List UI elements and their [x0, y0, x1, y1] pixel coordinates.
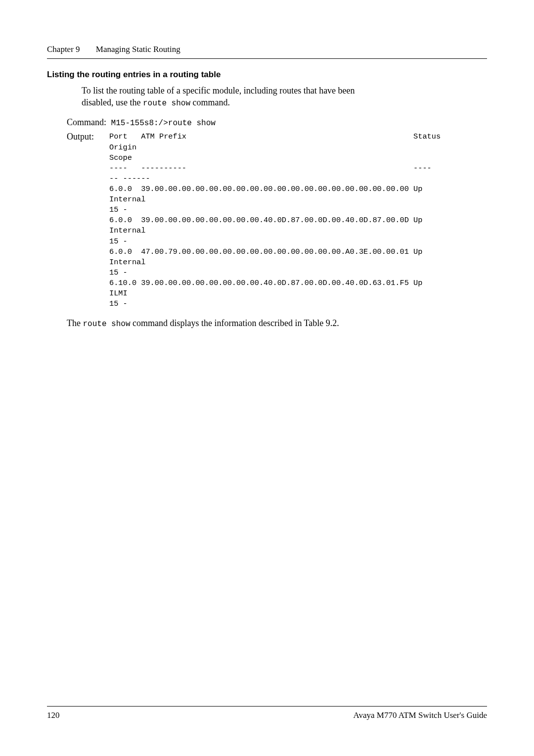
closing-command-inline: route show: [83, 320, 130, 329]
output-row: Output: Port ATM Prefix Status Origin Sc…: [67, 132, 487, 309]
page-container: Chapter 9 Managing Static Routing Listin…: [0, 0, 534, 329]
page-footer: 120 Avaya M770 ATM Switch User's Guide: [47, 706, 487, 720]
closing-post: command displays the information describ…: [131, 318, 339, 328]
page-number: 120: [47, 710, 60, 720]
intro-line-2b: command.: [190, 97, 230, 107]
intro-command-inline: route show: [143, 99, 190, 108]
intro-line-2a: disabled, use the: [82, 97, 143, 107]
intro-paragraph: To list the routing table of a specific …: [82, 85, 487, 109]
running-header: Chapter 9 Managing Static Routing: [47, 45, 487, 54]
command-text: M15-155s8:/>route show: [106, 119, 216, 128]
command-row: Command: M15-155s8:/>route show: [67, 116, 487, 129]
output-block: Port ATM Prefix Status Origin Scope ----…: [109, 132, 454, 309]
command-label: Command:: [67, 116, 106, 128]
intro-line-1: To list the routing table of a specific …: [82, 86, 355, 95]
section-heading: Listing the routing entries in a routing…: [47, 70, 487, 80]
closing-paragraph: The route show command displays the info…: [67, 318, 487, 329]
chapter-label: Chapter 9: [47, 45, 80, 54]
closing-pre: The: [67, 318, 83, 328]
output-label: Output:: [67, 132, 109, 142]
header-rule: [47, 58, 487, 59]
guide-title: Avaya M770 ATM Switch User's Guide: [354, 710, 487, 720]
footer-rule: [47, 706, 487, 707]
chapter-title: Managing Static Routing: [96, 45, 180, 54]
footer-row: 120 Avaya M770 ATM Switch User's Guide: [47, 710, 487, 720]
